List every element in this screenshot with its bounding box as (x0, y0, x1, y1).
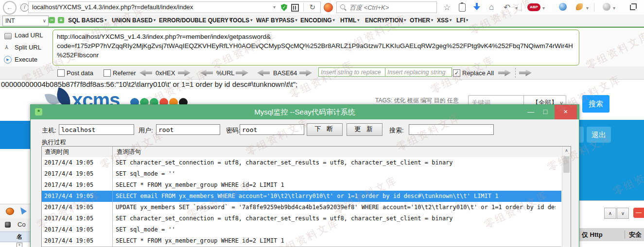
translate-dropdown-icon[interactable]: ▾ (613, 5, 615, 11)
paintbrush-dropdown-icon[interactable]: ▾ (586, 5, 589, 11)
table-row[interactable]: 2017/4/4 19:05 SELECT * FROM yx_member_g… (42, 180, 561, 191)
table-row[interactable]: 2017/4/4 19:05 SET sql_mode = '' (42, 224, 561, 236)
exit-button[interactable]: 退出 (587, 127, 611, 143)
minus-icon[interactable]: − (49, 17, 55, 23)
cell-sql: SET sql_mode = '' (116, 168, 556, 180)
download-icon[interactable] (473, 3, 480, 11)
process-label: 执行过程 (42, 138, 66, 147)
search-box[interactable] (336, 1, 437, 13)
base64-encode-arrow-icon[interactable] (299, 69, 312, 76)
table-row[interactable]: 2017/4/4 19:05 SELECT * FROM yx_member_g… (42, 235, 561, 247)
preset-select[interactable]: INT ∨ (2, 16, 49, 26)
step-up-icon[interactable]: ∧ (604, 208, 616, 219)
execute-button[interactable]: Execute (15, 56, 37, 63)
break-button[interactable]: 下 断 (307, 123, 343, 136)
scroll-up-icon[interactable]: ∧ (562, 147, 571, 155)
step-down-icon[interactable]: ∨ (617, 208, 629, 219)
adblock-dropdown-icon[interactable]: ▾ (542, 5, 545, 11)
base64-label: BASE64 (273, 69, 297, 77)
table-row[interactable]: 2017/4/4 19:05 SET sql_mode = '' (42, 168, 561, 180)
plus-icon[interactable]: + (58, 17, 64, 23)
cell-sql: SELECT email FROM yx_members WHERE accou… (116, 191, 556, 202)
replace-run2-arrow-icon[interactable] (519, 69, 532, 76)
hackbar-url-textarea[interactable]: http://localhost/YXCMS_v1.4.3/index.php?… (52, 30, 579, 66)
bookmarks-menu-icon[interactable] (459, 3, 466, 12)
replace-all-checkbox[interactable]: ✓ (453, 69, 460, 77)
split-url-button[interactable]: Split URL (15, 44, 41, 51)
console-tab[interactable]: Co (17, 221, 26, 228)
table-scrollbar[interactable]: ∧ (562, 147, 571, 247)
secure-column-label: 安全 (629, 231, 642, 239)
inspect-cursor-icon[interactable] (18, 206, 27, 214)
devtools-icon[interactable] (5, 222, 11, 228)
paintbrush-icon[interactable] (576, 3, 583, 10)
minimize-button[interactable]: — (524, 105, 537, 119)
password-input[interactable] (240, 124, 304, 135)
reload-icon[interactable]: ↻ (309, 3, 315, 12)
url-bar[interactable]: localhost/YXCMS_v1.4.3/index.php?r=defau… (28, 1, 321, 13)
qr-code-icon[interactable] (291, 4, 299, 12)
menu-html[interactable]: HTML (340, 17, 359, 24)
hex-decode-arrow-icon[interactable] (139, 69, 152, 76)
translate-globe-icon[interactable] (603, 3, 610, 11)
table-row[interactable]: 2017/4/4 19:05 SET character_set_connect… (42, 213, 561, 225)
window-titlebar[interactable]: * Mysql监控 --Seay代码审计系统 — □ × (31, 105, 579, 119)
screenshot-crop-icon[interactable] (629, 3, 637, 11)
menu-sql-basics[interactable]: SQL BASICS (68, 17, 106, 24)
replace-run-arrow-icon[interactable] (498, 69, 511, 76)
hackbar-replace-row: Post data Referrer 0xHEX %URL BASE64 ✓ R… (0, 66, 644, 80)
divider (521, 3, 522, 12)
cookie-column-bar: 仅 Http 安全 (578, 228, 644, 241)
user-label: 用户: (139, 126, 153, 135)
home-icon[interactable]: ⌂ (489, 2, 494, 12)
table-row[interactable]: 2017/4/4 19:05 SET character_set_connect… (42, 157, 561, 169)
history-dropdown-icon[interactable]: ▾ (515, 5, 518, 11)
site-search-button[interactable]: 搜索 (582, 95, 609, 113)
url-decode-arrow-icon[interactable] (200, 69, 213, 76)
adblock-icon[interactable]: ABP (527, 3, 540, 11)
post-data-checkbox[interactable] (57, 69, 65, 77)
search-input[interactable] (348, 2, 435, 12)
menu-xss[interactable]: XSS (437, 17, 452, 24)
referrer-checkbox[interactable] (104, 69, 111, 77)
remove-button[interactable]: — (633, 208, 644, 218)
bookmark-star-icon[interactable]: ☆ (443, 2, 451, 13)
update-button[interactable]: 更 新 (347, 123, 383, 136)
menu-error-double-query[interactable]: ERROR/DOUBLE QUERY (159, 17, 231, 24)
load-url-button[interactable]: Load URL (15, 32, 43, 39)
screenshot-root: ← i localhost/YXCMS_v1.4.3/index.php?r=d… (0, 0, 644, 247)
hex-encode-arrow-icon[interactable] (178, 69, 191, 76)
close-button[interactable]: × (555, 105, 577, 119)
user-input[interactable] (156, 124, 220, 135)
menu-union-based[interactable]: UNION BASED (112, 17, 156, 24)
menu-encoding[interactable]: ENCODING (300, 17, 335, 24)
replace-from-input[interactable] (318, 67, 385, 77)
url-text[interactable]: localhost/YXCMS_v1.4.3/index.php?r=defau… (32, 3, 193, 11)
menu-lfi[interactable]: LFI (456, 17, 468, 24)
menu-waf-bypass[interactable]: WAF BYPASS (256, 17, 297, 24)
scrollbar-thumb[interactable] (563, 156, 570, 173)
tree-expand-icon[interactable]: + (17, 243, 22, 247)
url-dropdown-icon[interactable]: ▾ (273, 4, 276, 10)
password-label: 密码: (226, 126, 241, 135)
noscript-icon[interactable] (324, 3, 333, 12)
proxy-globe-icon[interactable] (559, 3, 567, 11)
back-icon[interactable]: ← (3, 1, 17, 15)
menu-encryption[interactable]: ENCRYPTION (365, 17, 406, 24)
maximize-button[interactable]: □ (539, 105, 552, 119)
menu-tools[interactable]: TOOLS (229, 17, 252, 24)
name-column-label: 名 (17, 233, 22, 241)
shield-icon[interactable]: ✓ (281, 4, 287, 11)
table-row-selected[interactable]: 2017/4/4 19:05 SELECT email FROM yx_memb… (42, 191, 561, 202)
replace-to-input[interactable] (385, 67, 452, 77)
monitor-search-input[interactable] (409, 124, 494, 135)
base64-decode-arrow-icon[interactable] (257, 69, 270, 76)
firebug-icon[interactable] (6, 208, 14, 215)
divider (625, 231, 625, 239)
menu-other[interactable]: OTHER (410, 17, 433, 24)
info-icon[interactable]: i (20, 3, 29, 12)
url-encode-arrow-icon[interactable] (236, 69, 248, 76)
host-input[interactable] (59, 124, 134, 135)
history-icon[interactable]: ↶ (504, 2, 510, 13)
table-row[interactable]: 2017/4/4 19:05 UPDATE yx_members SET `pa… (42, 202, 561, 214)
